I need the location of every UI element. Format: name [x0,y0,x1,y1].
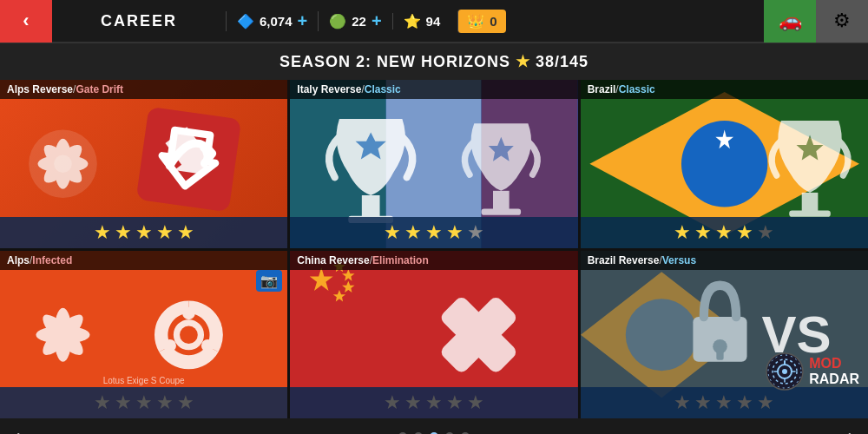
card-1-stars: ★ ★ ★ ★ ★ [0,217,287,248]
back-icon: ‹ [23,10,29,32]
bottom-navigation-bar: ‹ › [0,418,868,434]
currency3-value: 94 [426,14,441,29]
settings-button[interactable]: ⚙ [816,0,868,43]
season-header: SEASON 2: NEW HORIZONS ★ 38/145 [0,43,868,80]
svg-rect-23 [801,193,818,213]
currency1-group: 🔷 6,074 + [226,11,318,31]
svg-rect-13 [362,195,380,218]
card-6-title: Brazil Reverse/Versus [581,251,868,270]
add-currency2-button[interactable]: + [372,11,382,31]
next-page-button[interactable]: › [848,425,854,434]
event-card-3[interactable]: Brazil/Classic ★ ★ ★ ★ ★ [581,80,868,248]
card-5-stars: ★ ★ ★ ★ ★ [290,387,577,418]
star-icon: ⭐ [404,13,421,30]
currency1-icon: 🔷 [237,13,254,30]
currency1-value: 6,074 [260,14,293,29]
card-2-title: Italy Reverse/Classic [290,80,577,99]
svg-text:VS: VS [761,306,831,364]
card-1-title: Alps Reverse/Gate Drift [0,80,287,99]
svg-point-49 [625,299,697,371]
settings-icon: ⚙ [833,10,851,32]
garage-button[interactable]: 🚗 [764,0,816,43]
event-card-5[interactable]: China Reverse/Elimination ★ ★ ★ ★ ★ [290,251,577,419]
card-3-title: Brazil/Classic [581,80,868,99]
event-card-6[interactable]: VS Brazil Reverse/Versus ★ ★ ★ ★ ★ [581,251,868,419]
card-6-stars: ★ ★ ★ ★ ★ [581,387,868,418]
event-card-4[interactable]: Alps/Infected 📷 Lotus Exige S Coupe ★ ★ … [0,251,287,419]
crown-icon: 👑 [467,13,484,30]
currency2-value: 22 [352,14,366,29]
card-4-title: Alps/Infected [0,251,287,270]
event-grid: Alps Reverse/Gate Drift ★ ★ ★ ★ ★ [0,80,868,418]
svg-point-5 [54,155,72,173]
camera-badge: 📷 [256,270,282,292]
gold-value: 0 [490,14,496,29]
add-currency1-button[interactable]: + [298,11,308,31]
currency2-icon: 🟢 [329,13,346,30]
svg-point-34 [180,326,198,344]
card-3-stars: ★ ★ ★ ★ ★ [581,217,868,248]
career-label: CAREER [52,12,226,30]
currency2-group: 🟢 22 + [318,11,391,31]
right-buttons: 🚗 ⚙ [764,0,868,43]
prev-page-button[interactable]: ‹ [14,425,20,434]
svg-rect-16 [493,191,510,211]
season-star-icon: ★ [516,53,530,70]
card-5-title: China Reverse/Elimination [290,251,577,270]
svg-rect-53 [716,346,723,360]
top-navigation-bar: ‹ CAREER 🔷 6,074 + 🟢 22 + ⭐ 94 👑 0 🚗 ⚙ [0,0,868,43]
season-progress: 38/145 [536,53,589,70]
svg-rect-17 [482,209,522,215]
back-button[interactable]: ‹ [0,0,52,43]
event-card-2[interactable]: Italy Reverse/Classic ★ ★ ★ ★ ★ [290,80,577,248]
card-4-stars: ★ ★ ★ ★ ★ [0,387,287,418]
garage-icon: 🚗 [779,10,802,32]
svg-point-36 [201,339,214,351]
card-2-stars: ★ ★ ★ ★ ★ [290,217,577,248]
event-card-1[interactable]: Alps Reverse/Gate Drift ★ ★ ★ ★ ★ [0,80,287,248]
svg-point-31 [54,326,72,344]
car-label-4: Lotus Exige S Coupe [0,376,287,385]
gold-group: 👑 0 [457,10,505,33]
svg-point-37 [163,339,175,351]
svg-point-35 [182,306,194,319]
season-label: SEASON 2: NEW HORIZONS [279,53,510,70]
currency3-group: ⭐ 94 [392,13,451,30]
